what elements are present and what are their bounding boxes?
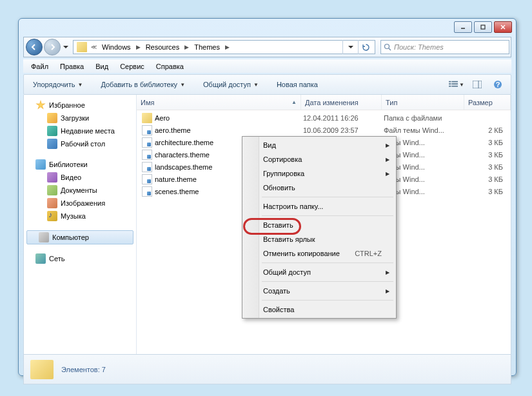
downloads-icon bbox=[47, 113, 57, 123]
chevron-right-icon[interactable]: ≪ bbox=[89, 44, 99, 50]
sidebar-computer[interactable]: Компьютер bbox=[26, 230, 133, 244]
svg-rect-7 bbox=[451, 81, 458, 83]
sidebar-downloads[interactable]: Загрузки bbox=[24, 112, 136, 124]
sidebar-desktop[interactable]: Рабочий стол bbox=[24, 137, 136, 150]
library-icon bbox=[35, 159, 46, 170]
view-mode-button[interactable]: ▼ bbox=[449, 77, 464, 92]
svg-rect-10 bbox=[449, 86, 451, 87]
nav-history-dropdown[interactable] bbox=[61, 41, 70, 54]
file-name: landscapes.theme bbox=[155, 163, 212, 171]
sidebar-images[interactable]: Изображения bbox=[24, 197, 136, 210]
breadcrumb-segment[interactable]: Themes bbox=[191, 41, 223, 54]
sidebar-music[interactable]: Музыка bbox=[24, 210, 136, 223]
desktop-icon bbox=[47, 139, 57, 149]
add-library-button[interactable]: Добавить в библиотеку▼ bbox=[97, 79, 189, 90]
column-type[interactable]: Тип bbox=[382, 95, 464, 110]
svg-rect-11 bbox=[451, 86, 458, 87]
ctx-sort[interactable]: Сортировка bbox=[244, 152, 395, 166]
computer-icon bbox=[39, 232, 49, 243]
theme-icon bbox=[142, 186, 152, 197]
search-placeholder: Поиск: Themes bbox=[394, 43, 444, 51]
file-name: Aero bbox=[155, 114, 170, 122]
svg-rect-1 bbox=[481, 25, 485, 29]
status-text: Элементов: 7 bbox=[61, 366, 106, 373]
breadcrumb-segment[interactable]: Windows bbox=[99, 41, 134, 54]
theme-icon bbox=[142, 137, 152, 148]
search-input[interactable]: Поиск: Themes bbox=[380, 40, 509, 54]
file-size: 3 КБ bbox=[466, 188, 511, 195]
menu-help[interactable]: Справка bbox=[151, 61, 189, 72]
svg-rect-12 bbox=[473, 81, 482, 88]
sidebar-recent[interactable]: Недавние места bbox=[24, 124, 136, 137]
organize-button[interactable]: Упорядочить▼ bbox=[29, 79, 86, 90]
context-menu: Вид Сортировка Группировка Обновить Наст… bbox=[242, 136, 397, 319]
svg-rect-6 bbox=[449, 81, 451, 83]
file-row[interactable]: Aero12.04.2011 16:26Папка с файлами bbox=[137, 112, 511, 124]
star-icon bbox=[35, 100, 46, 110]
chevron-right-icon[interactable]: ▶ bbox=[223, 44, 232, 50]
ctx-properties[interactable]: Свойства bbox=[244, 302, 395, 317]
column-date[interactable]: Дата изменения bbox=[301, 95, 382, 110]
menu-tools[interactable]: Сервис bbox=[115, 61, 150, 72]
chevron-right-icon[interactable]: ▶ bbox=[182, 44, 191, 50]
preview-pane-button[interactable] bbox=[469, 77, 485, 92]
music-icon bbox=[47, 211, 57, 221]
share-button[interactable]: Общий доступ▼ bbox=[199, 79, 262, 90]
folder-icon bbox=[30, 360, 54, 379]
ctx-group[interactable]: Группировка bbox=[244, 166, 395, 181]
recent-icon bbox=[47, 126, 57, 136]
back-button[interactable] bbox=[26, 39, 43, 55]
column-size[interactable]: Размер bbox=[464, 95, 511, 110]
menu-edit[interactable]: Правка bbox=[55, 61, 89, 72]
ctx-sharing[interactable]: Общий доступ bbox=[244, 265, 395, 279]
menu-view[interactable]: Вид bbox=[90, 61, 113, 72]
refresh-button[interactable] bbox=[358, 40, 373, 54]
file-name: nature.theme bbox=[155, 175, 197, 183]
theme-icon bbox=[142, 162, 152, 172]
chevron-right-icon[interactable]: ▶ bbox=[134, 44, 143, 50]
ctx-undo[interactable]: Отменить копированиеCTRL+Z bbox=[244, 246, 395, 261]
theme-icon bbox=[142, 174, 152, 184]
file-size: 3 КБ bbox=[466, 151, 511, 159]
close-button[interactable] bbox=[494, 21, 512, 33]
minimize-button[interactable] bbox=[454, 21, 472, 33]
breadcrumb-segment[interactable]: Resources bbox=[143, 41, 183, 54]
menu-file[interactable]: Файл bbox=[26, 61, 54, 72]
file-size: 3 КБ bbox=[466, 163, 511, 171]
column-name[interactable]: Имя▲ bbox=[137, 95, 301, 110]
ctx-refresh[interactable]: Обновить bbox=[244, 181, 395, 195]
sidebar-documents[interactable]: Документы bbox=[24, 184, 136, 197]
ctx-customize[interactable]: Настроить папку... bbox=[244, 199, 395, 213]
sidebar: Избранное Загрузки Недавние места Рабочи… bbox=[24, 95, 137, 354]
sidebar-network[interactable]: Сеть bbox=[24, 252, 136, 265]
svg-line-5 bbox=[389, 48, 391, 50]
help-button[interactable]: ? bbox=[490, 77, 506, 92]
ctx-new[interactable]: Создать bbox=[244, 284, 395, 298]
folder-icon bbox=[77, 42, 87, 52]
file-size: 2 КБ bbox=[466, 126, 511, 134]
file-name: scenes.theme bbox=[155, 188, 199, 195]
svg-point-4 bbox=[385, 45, 389, 49]
search-icon bbox=[384, 43, 391, 51]
sidebar-video[interactable]: Видео bbox=[24, 171, 136, 184]
file-size: 3 КБ bbox=[466, 175, 511, 183]
ctx-view[interactable]: Вид bbox=[244, 138, 395, 152]
folder-icon bbox=[142, 113, 152, 123]
theme-icon bbox=[142, 125, 152, 135]
breadcrumb-dropdown[interactable] bbox=[342, 40, 358, 54]
forward-button[interactable] bbox=[44, 39, 61, 55]
ctx-paste-shortcut[interactable]: Вставить ярлык bbox=[244, 232, 395, 246]
file-row[interactable]: aero.theme10.06.2009 23:57Файл темы Wind… bbox=[137, 124, 511, 136]
file-name: aero.theme bbox=[155, 126, 191, 134]
toolbar: Упорядочить▼ Добавить в библиотеку▼ Общи… bbox=[23, 74, 511, 95]
ctx-paste[interactable]: Вставить bbox=[244, 218, 395, 232]
sidebar-libraries[interactable]: Библиотеки bbox=[24, 158, 136, 171]
maximize-button[interactable] bbox=[474, 21, 492, 33]
file-date: 10.06.2009 23:57 bbox=[303, 126, 384, 134]
breadcrumb[interactable]: ≪ Windows▶ Resources▶ Themes▶ bbox=[73, 40, 375, 54]
svg-rect-9 bbox=[451, 83, 458, 84]
titlebar bbox=[19, 19, 516, 37]
file-type: Папка с файлами bbox=[384, 114, 466, 122]
new-folder-button[interactable]: Новая папка bbox=[273, 79, 322, 90]
sidebar-favorites[interactable]: Избранное bbox=[24, 99, 136, 112]
